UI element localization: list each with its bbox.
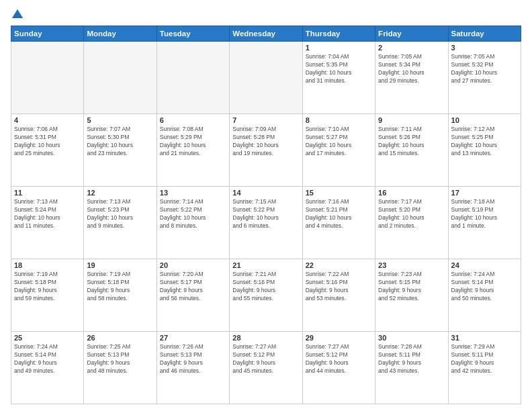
day-number: 28 [232, 334, 299, 342]
day-number: 30 [378, 334, 445, 342]
day-detail: Sunrise: 7:21 AM Sunset: 5:16 PM Dayligh… [232, 271, 299, 303]
day-number: 24 [451, 261, 518, 269]
day-detail: Sunrise: 7:13 AM Sunset: 5:23 PM Dayligh… [87, 198, 153, 230]
calendar-cell: 9Sunrise: 7:11 AM Sunset: 5:26 PM Daylig… [375, 114, 448, 187]
day-number: 17 [451, 189, 518, 197]
weekday-header: Tuesday [157, 26, 229, 42]
calendar-cell [11, 42, 84, 114]
day-number: 10 [451, 116, 518, 124]
day-number: 15 [306, 189, 372, 197]
day-number: 31 [451, 334, 518, 342]
weekday-header: Thursday [302, 26, 375, 42]
calendar-cell: 17Sunrise: 7:18 AM Sunset: 5:19 PM Dayli… [448, 187, 521, 259]
day-detail: Sunrise: 7:12 AM Sunset: 5:25 PM Dayligh… [451, 126, 518, 158]
day-number: 7 [232, 116, 299, 124]
day-number: 11 [14, 189, 81, 197]
header [11, 8, 521, 21]
day-detail: Sunrise: 7:24 AM Sunset: 5:14 PM Dayligh… [14, 343, 81, 375]
day-detail: Sunrise: 7:26 AM Sunset: 5:13 PM Dayligh… [160, 343, 226, 375]
calendar-cell: 6Sunrise: 7:08 AM Sunset: 5:29 PM Daylig… [157, 114, 229, 187]
day-detail: Sunrise: 7:05 AM Sunset: 5:32 PM Dayligh… [451, 53, 518, 85]
calendar-cell: 20Sunrise: 7:20 AM Sunset: 5:17 PM Dayli… [157, 259, 229, 332]
day-detail: Sunrise: 7:04 AM Sunset: 5:35 PM Dayligh… [306, 53, 372, 85]
day-number: 27 [160, 334, 226, 342]
day-number: 20 [160, 261, 226, 269]
day-detail: Sunrise: 7:15 AM Sunset: 5:22 PM Dayligh… [232, 198, 299, 230]
day-detail: Sunrise: 7:13 AM Sunset: 5:24 PM Dayligh… [14, 198, 81, 230]
calendar-cell: 15Sunrise: 7:16 AM Sunset: 5:21 PM Dayli… [302, 187, 375, 259]
day-number: 9 [378, 116, 445, 124]
weekday-header: Monday [84, 26, 157, 42]
day-detail: Sunrise: 7:20 AM Sunset: 5:17 PM Dayligh… [160, 271, 226, 303]
calendar-cell: 18Sunrise: 7:19 AM Sunset: 5:18 PM Dayli… [11, 259, 84, 332]
calendar-cell: 5Sunrise: 7:07 AM Sunset: 5:30 PM Daylig… [84, 114, 157, 187]
calendar-cell [84, 42, 157, 114]
day-detail: Sunrise: 7:24 AM Sunset: 5:14 PM Dayligh… [451, 271, 518, 303]
calendar-cell: 1Sunrise: 7:04 AM Sunset: 5:35 PM Daylig… [302, 42, 375, 114]
calendar-cell: 25Sunrise: 7:24 AM Sunset: 5:14 PM Dayli… [11, 332, 84, 404]
day-detail: Sunrise: 7:18 AM Sunset: 5:19 PM Dayligh… [451, 198, 518, 230]
calendar-cell: 28Sunrise: 7:27 AM Sunset: 5:12 PM Dayli… [230, 332, 302, 404]
calendar-cell: 19Sunrise: 7:19 AM Sunset: 5:18 PM Dayli… [84, 259, 157, 332]
day-detail: Sunrise: 7:27 AM Sunset: 5:12 PM Dayligh… [306, 343, 372, 375]
calendar-cell: 21Sunrise: 7:21 AM Sunset: 5:16 PM Dayli… [230, 259, 302, 332]
calendar-cell: 26Sunrise: 7:25 AM Sunset: 5:13 PM Dayli… [84, 332, 157, 404]
day-detail: Sunrise: 7:29 AM Sunset: 5:11 PM Dayligh… [451, 343, 518, 375]
calendar-cell: 10Sunrise: 7:12 AM Sunset: 5:25 PM Dayli… [448, 114, 521, 187]
calendar-cell: 8Sunrise: 7:10 AM Sunset: 5:27 PM Daylig… [302, 114, 375, 187]
day-number: 23 [378, 261, 445, 269]
day-detail: Sunrise: 7:08 AM Sunset: 5:29 PM Dayligh… [160, 126, 226, 158]
calendar-cell: 3Sunrise: 7:05 AM Sunset: 5:32 PM Daylig… [448, 42, 521, 114]
day-number: 18 [14, 261, 81, 269]
day-detail: Sunrise: 7:27 AM Sunset: 5:12 PM Dayligh… [232, 343, 299, 375]
calendar-cell: 7Sunrise: 7:09 AM Sunset: 5:28 PM Daylig… [230, 114, 302, 187]
page: SundayMondayTuesdayWednesdayThursdayFrid… [0, 0, 532, 411]
day-number: 22 [306, 261, 372, 269]
day-detail: Sunrise: 7:28 AM Sunset: 5:11 PM Dayligh… [378, 343, 445, 375]
day-detail: Sunrise: 7:19 AM Sunset: 5:18 PM Dayligh… [87, 271, 153, 303]
calendar-cell: 16Sunrise: 7:17 AM Sunset: 5:20 PM Dayli… [375, 187, 448, 259]
calendar-cell: 11Sunrise: 7:13 AM Sunset: 5:24 PM Dayli… [11, 187, 84, 259]
day-number: 4 [14, 116, 81, 124]
day-number: 6 [160, 116, 226, 124]
day-number: 26 [87, 334, 153, 342]
weekday-header: Friday [375, 26, 448, 42]
day-number: 19 [87, 261, 153, 269]
weekday-header: Saturday [448, 26, 521, 42]
calendar-cell: 14Sunrise: 7:15 AM Sunset: 5:22 PM Dayli… [230, 187, 302, 259]
day-number: 12 [87, 189, 153, 197]
calendar-cell: 13Sunrise: 7:14 AM Sunset: 5:22 PM Dayli… [157, 187, 229, 259]
day-number: 1 [306, 44, 372, 52]
day-detail: Sunrise: 7:10 AM Sunset: 5:27 PM Dayligh… [306, 126, 372, 158]
day-detail: Sunrise: 7:23 AM Sunset: 5:15 PM Dayligh… [378, 271, 445, 303]
calendar-cell: 31Sunrise: 7:29 AM Sunset: 5:11 PM Dayli… [448, 332, 521, 404]
day-detail: Sunrise: 7:06 AM Sunset: 5:31 PM Dayligh… [14, 126, 81, 158]
day-number: 5 [87, 116, 153, 124]
day-number: 14 [232, 189, 299, 197]
day-detail: Sunrise: 7:17 AM Sunset: 5:20 PM Dayligh… [378, 198, 445, 230]
day-detail: Sunrise: 7:22 AM Sunset: 5:16 PM Dayligh… [306, 271, 372, 303]
day-number: 8 [306, 116, 372, 124]
calendar-cell: 29Sunrise: 7:27 AM Sunset: 5:12 PM Dayli… [302, 332, 375, 404]
weekday-header: Sunday [11, 26, 84, 42]
day-detail: Sunrise: 7:14 AM Sunset: 5:22 PM Dayligh… [160, 198, 226, 230]
day-detail: Sunrise: 7:07 AM Sunset: 5:30 PM Dayligh… [87, 126, 153, 158]
calendar-cell: 30Sunrise: 7:28 AM Sunset: 5:11 PM Dayli… [375, 332, 448, 404]
day-number: 25 [14, 334, 81, 342]
calendar-cell: 4Sunrise: 7:06 AM Sunset: 5:31 PM Daylig… [11, 114, 84, 187]
day-number: 13 [160, 189, 226, 197]
day-number: 16 [378, 189, 445, 197]
logo [11, 8, 27, 21]
calendar-cell: 2Sunrise: 7:05 AM Sunset: 5:34 PM Daylig… [375, 42, 448, 114]
day-detail: Sunrise: 7:11 AM Sunset: 5:26 PM Dayligh… [378, 126, 445, 158]
day-detail: Sunrise: 7:09 AM Sunset: 5:28 PM Dayligh… [232, 126, 299, 158]
day-number: 3 [451, 44, 518, 52]
weekday-header: Wednesday [230, 26, 302, 42]
day-detail: Sunrise: 7:19 AM Sunset: 5:18 PM Dayligh… [14, 271, 81, 303]
day-number: 2 [378, 44, 445, 52]
day-detail: Sunrise: 7:05 AM Sunset: 5:34 PM Dayligh… [378, 53, 445, 85]
calendar-cell [157, 42, 229, 114]
day-number: 21 [232, 261, 299, 269]
day-detail: Sunrise: 7:16 AM Sunset: 5:21 PM Dayligh… [306, 198, 372, 230]
calendar-cell: 22Sunrise: 7:22 AM Sunset: 5:16 PM Dayli… [302, 259, 375, 332]
